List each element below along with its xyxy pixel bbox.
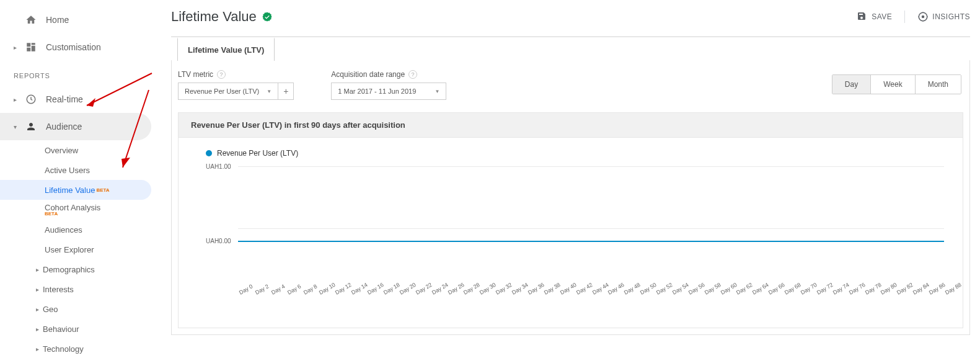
legend-label: Revenue Per User (LTV) xyxy=(217,149,298,158)
metric-label: LTV metric ? xyxy=(178,70,294,79)
sub-label: User Explorer xyxy=(45,245,94,254)
sidebar-sub-user-explorer[interactable]: User Explorer xyxy=(0,239,151,259)
chart-area: Revenue Per User (LTV) in first 90 days … xyxy=(178,112,963,328)
chart-title: Revenue Per User (LTV) in first 90 days … xyxy=(178,112,963,138)
sidebar-label: Home xyxy=(46,15,69,25)
sidebar-item-customisation[interactable]: ▸ Customisation xyxy=(0,34,159,61)
chevron-down-icon: ▾ xyxy=(14,123,20,130)
sub-label: Audiences xyxy=(45,225,82,235)
chart-legend: Revenue Per User (LTV) xyxy=(206,149,950,158)
help-icon[interactable]: ? xyxy=(217,70,226,79)
gridline xyxy=(238,228,944,229)
chart-body: Revenue Per User (LTV) UAH1.00 UAH0.00 D… xyxy=(178,138,963,328)
toggle-week[interactable]: Week xyxy=(870,75,914,94)
save-button[interactable]: SAVE xyxy=(857,11,892,22)
sidebar-label: Audience xyxy=(46,122,82,132)
action-label: SAVE xyxy=(872,12,892,21)
dashboard-icon xyxy=(25,41,37,53)
chart-series-line xyxy=(238,241,944,242)
chevron-right-icon: ▸ xyxy=(14,96,20,103)
beta-badge: BETA xyxy=(45,211,100,217)
sidebar-sub-audiences[interactable]: Audiences xyxy=(0,220,151,239)
main-content: Lifetime Value SAVE INSIGHTS Lifetime Va… xyxy=(159,0,980,358)
sidebar-label: Real-time xyxy=(46,94,83,104)
sidebar-sub-cohort[interactable]: Cohort Analysis BETA xyxy=(0,200,151,220)
tab-ltv[interactable]: Lifetime Value (LTV) xyxy=(177,37,275,61)
sub-label: Interests xyxy=(43,285,74,294)
sub-label: Overview xyxy=(45,146,78,155)
sub-label: Geo xyxy=(43,305,58,314)
sidebar-sub-geo[interactable]: Geo xyxy=(0,299,151,319)
header-actions: SAVE INSIGHTS xyxy=(857,11,970,23)
sidebar-section-reports: REPORTS xyxy=(0,61,159,86)
sub-label: Active Users xyxy=(45,166,90,175)
clock-icon xyxy=(25,93,37,105)
sidebar-item-audience[interactable]: ▾ Audience xyxy=(0,113,151,140)
action-label: INSIGHTS xyxy=(932,12,970,21)
save-icon xyxy=(857,11,868,22)
label-text: Acquisition date range xyxy=(331,70,405,79)
chevron-right-icon: ▸ xyxy=(14,44,20,51)
beta-badge: BETA xyxy=(96,187,109,193)
insights-button[interactable]: INSIGHTS xyxy=(917,11,970,22)
select-value: 1 Mar 2017 - 11 Jun 2019 xyxy=(338,87,416,95)
divider xyxy=(904,11,905,23)
chart-x-axis: Day 0Day 2Day 4Day 6Day 8Day 10Day 12Day… xyxy=(238,290,944,309)
date-range-select[interactable]: 1 Mar 2017 - 11 Jun 2019 ▼ xyxy=(331,83,446,100)
caret-down-icon: ▼ xyxy=(267,89,271,94)
gridline xyxy=(238,166,944,167)
panel: LTV metric ? Revenue Per User (LTV) ▼ + … xyxy=(171,60,970,335)
page-header: Lifetime Value SAVE INSIGHTS xyxy=(171,9,970,37)
sidebar: Home ▸ Customisation REPORTS ▸ Real-time… xyxy=(0,0,159,358)
sidebar-sub-active-users[interactable]: Active Users xyxy=(0,160,151,180)
page-title: Lifetime Value xyxy=(171,9,257,25)
sidebar-subitems: Overview Active Users Lifetime ValueBETA… xyxy=(0,140,159,358)
sidebar-sub-technology[interactable]: Technology xyxy=(0,339,151,358)
tabs: Lifetime Value (LTV) xyxy=(171,37,970,60)
chart-plot: UAH1.00 UAH0.00 xyxy=(206,166,944,290)
sidebar-sub-lifetime-value[interactable]: Lifetime ValueBETA xyxy=(0,180,151,200)
sub-label: Demographics xyxy=(43,265,95,274)
metric-select[interactable]: Revenue Per User (LTV) ▼ xyxy=(178,83,278,100)
sub-label: Technology xyxy=(43,344,84,354)
help-icon[interactable]: ? xyxy=(408,70,417,79)
legend-dot-icon xyxy=(206,150,212,156)
add-metric-button[interactable]: + xyxy=(278,83,294,100)
toggle-day[interactable]: Day xyxy=(832,75,870,94)
sidebar-label: Customisation xyxy=(46,42,101,52)
insights-icon xyxy=(917,11,929,22)
sidebar-sub-behaviour[interactable]: Behaviour xyxy=(0,319,151,339)
select-value: Revenue Per User (LTV) xyxy=(185,87,259,95)
person-icon xyxy=(25,120,37,133)
time-granularity-toggle: Day Week Month xyxy=(832,74,961,94)
home-icon xyxy=(25,14,37,26)
caret-down-icon: ▼ xyxy=(435,89,439,94)
sidebar-item-home[interactable]: Home xyxy=(0,6,159,34)
verified-badge-icon xyxy=(262,11,273,22)
label-text: LTV metric xyxy=(178,70,213,79)
sidebar-sub-overview[interactable]: Overview xyxy=(0,140,151,160)
sidebar-sub-interests[interactable]: Interests xyxy=(0,279,151,299)
toggle-month[interactable]: Month xyxy=(915,75,961,94)
sidebar-item-realtime[interactable]: ▸ Real-time xyxy=(0,86,159,113)
svg-point-2 xyxy=(922,16,925,19)
date-label: Acquisition date range ? xyxy=(331,70,446,79)
y-tick: UAH1.00 xyxy=(206,163,231,170)
sub-label: Lifetime Value xyxy=(45,186,95,195)
sub-label: Behaviour xyxy=(43,324,79,334)
y-tick: UAH0.00 xyxy=(206,238,231,244)
sidebar-sub-demographics[interactable]: Demographics xyxy=(0,259,151,279)
x-tick: Day 88 xyxy=(944,282,963,296)
